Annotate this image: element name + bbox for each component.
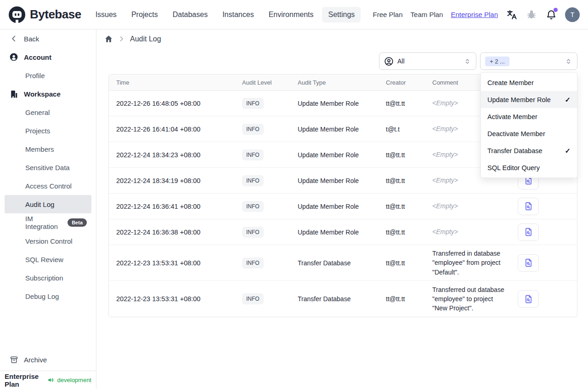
row-creator: tt@tt.tt xyxy=(379,295,425,303)
col-header-audit-level: Audit Level xyxy=(235,79,290,86)
user-avatar[interactable]: T xyxy=(565,7,580,22)
row-creator: tt@tt.tt xyxy=(379,177,425,184)
sidebar-item-projects[interactable]: Projects xyxy=(5,121,91,140)
row-time: 2022-12-23 13:53:31 +08:00 xyxy=(109,259,235,267)
sidebar-item-general[interactable]: General xyxy=(5,103,91,121)
creator-filter-value: All xyxy=(397,57,405,65)
row-time: 2022-12-24 16:36:41 +08:00 xyxy=(109,203,235,210)
audit-type-filter-select[interactable]: + 2 ... xyxy=(480,52,577,70)
view-detail-button[interactable] xyxy=(518,254,539,272)
current-plan-label: Enterprise Plan xyxy=(5,372,44,388)
row-audit-type: Transfer Database xyxy=(290,259,379,267)
bytebase-logo[interactable]: Bytebase xyxy=(8,6,81,23)
audit-level-badge: INFO xyxy=(242,257,264,269)
notifications-bell-icon[interactable] xyxy=(545,9,557,21)
nav-databases[interactable]: Databases xyxy=(167,7,214,23)
home-icon[interactable] xyxy=(104,34,113,43)
check-icon: ✓ xyxy=(565,147,571,155)
breadcrumb: Audit Log xyxy=(104,34,161,43)
audit-level-badge: INFO xyxy=(242,124,264,135)
col-header-time: Time xyxy=(109,79,235,86)
view-detail-button[interactable] xyxy=(518,223,539,241)
page-title: Audit Log xyxy=(130,35,161,43)
nav-issues[interactable]: Issues xyxy=(90,7,123,23)
menu-item-sql-editor-query[interactable]: SQL Editor Query xyxy=(481,159,577,176)
row-audit-type: Update Member Role xyxy=(290,229,379,236)
back-button[interactable]: Back xyxy=(5,29,91,48)
updown-chevron-icon xyxy=(464,57,471,65)
audit-type-filter-value: + 2 ... xyxy=(485,57,509,66)
nav-environments[interactable]: Environments xyxy=(263,7,320,23)
sidebar-item-access-control[interactable]: Access Control xyxy=(5,177,91,195)
main-nav-links: Issues Projects Databases Instances Envi… xyxy=(90,7,361,23)
archive-button[interactable]: Archive xyxy=(5,350,91,369)
table-row: 2022-12-23 13:53:31 +08:00 INFO Transfer… xyxy=(109,281,577,317)
bytebase-logo-icon xyxy=(8,6,26,23)
audit-level-badge: INFO xyxy=(242,201,264,212)
navbar-right: Free Plan Team Plan Enterprise Plan xyxy=(373,7,580,22)
row-comment: Transferred in database "employee" from … xyxy=(425,249,510,277)
row-audit-type: Update Member Role xyxy=(290,177,379,184)
audit-type-dropdown-menu: Create Member Update Member Role ✓ Activ… xyxy=(481,72,577,178)
nav-instances[interactable]: Instances xyxy=(216,7,260,23)
announcement-speaker-icon xyxy=(47,377,54,383)
row-time: 2022-12-23 13:53:31 +08:00 xyxy=(109,295,235,303)
menu-item-create-member[interactable]: Create Member xyxy=(481,74,577,91)
row-creator: tt@tt.tt xyxy=(379,229,425,236)
view-detail-button[interactable] xyxy=(518,290,539,308)
creator-filter-select[interactable]: All xyxy=(379,52,476,70)
free-plan-link[interactable]: Free Plan xyxy=(373,11,403,18)
col-header-audit-type: Audit Type xyxy=(290,79,379,86)
menu-item-deactivate-member[interactable]: Deactivate Member xyxy=(481,125,577,142)
sidebar-item-profile[interactable]: Profile xyxy=(5,66,91,85)
sidebar-item-subscription[interactable]: Subscription xyxy=(5,269,91,287)
menu-item-activate-member[interactable]: Activate Member xyxy=(481,108,577,125)
bug-report-icon[interactable] xyxy=(526,9,537,21)
creator-person-icon xyxy=(384,57,394,66)
sidebar-item-members[interactable]: Members xyxy=(5,140,91,158)
view-detail-button[interactable] xyxy=(518,198,539,215)
sidebar-item-version-control[interactable]: Version Control xyxy=(5,232,91,250)
nav-settings[interactable]: Settings xyxy=(322,7,361,23)
row-time: 2022-12-24 18:34:23 +08:00 xyxy=(109,151,235,159)
beta-badge: Beta xyxy=(68,218,87,227)
row-creator: tt@tt.tt xyxy=(379,100,425,107)
row-time: 2022-12-26 16:48:05 +08:00 xyxy=(109,100,235,107)
row-audit-type: Update Member Role xyxy=(290,100,379,107)
settings-sidebar: Back Account Profile Workspac xyxy=(0,29,96,389)
sidebar-item-audit-log[interactable]: Audit Log xyxy=(5,195,91,213)
row-creator: t@t.t xyxy=(379,126,425,133)
audit-level-badge: INFO xyxy=(242,293,264,304)
row-comment: <Empty> xyxy=(425,201,510,211)
nav-projects[interactable]: Projects xyxy=(125,7,164,23)
breadcrumb-chevron-icon xyxy=(118,35,125,42)
menu-item-transfer-database[interactable]: Transfer Database ✓ xyxy=(481,142,577,159)
table-row: 2022-12-24 16:36:38 +08:00 INFO Update M… xyxy=(109,219,577,245)
archive-box-icon xyxy=(9,355,18,364)
updown-chevron-icon xyxy=(565,57,572,65)
row-audit-type: Transfer Database xyxy=(290,295,379,303)
audit-level-badge: INFO xyxy=(242,175,264,186)
chevron-left-icon xyxy=(9,34,18,43)
col-header-creator: Creator xyxy=(379,79,425,86)
app-root: Bytebase Issues Projects Databases Insta… xyxy=(0,0,588,389)
row-time: 2022-12-26 16:41:04 +08:00 xyxy=(109,126,235,133)
row-time: 2022-12-24 16:36:38 +08:00 xyxy=(109,229,235,236)
top-navbar: Bytebase Issues Projects Databases Insta… xyxy=(0,0,588,29)
workspace-building-icon xyxy=(9,89,18,98)
row-comment: <Empty> xyxy=(425,227,510,236)
table-row: 2022-12-23 13:53:31 +08:00 INFO Transfer… xyxy=(109,245,577,281)
menu-item-update-member-role[interactable]: Update Member Role ✓ xyxy=(481,91,577,108)
brand-name: Bytebase xyxy=(30,7,81,22)
sidebar-nav: Back Account Profile Workspac xyxy=(0,29,96,350)
sidebar-item-sql-review[interactable]: SQL Review xyxy=(5,250,91,269)
team-plan-link[interactable]: Team Plan xyxy=(411,11,443,18)
row-creator: tt@tt.tt xyxy=(379,151,425,159)
sidebar-item-sensitive-data[interactable]: Sensitive Data xyxy=(5,158,91,177)
environment-mode-label: development xyxy=(57,377,91,383)
sidebar-item-im-integration[interactable]: IM Integration Beta xyxy=(5,213,91,232)
table-row: 2022-12-24 16:36:41 +08:00 INFO Update M… xyxy=(109,194,577,219)
enterprise-plan-link[interactable]: Enterprise Plan xyxy=(451,11,498,18)
sidebar-item-debug-log[interactable]: Debug Log xyxy=(5,287,91,305)
translate-icon[interactable] xyxy=(506,9,518,21)
